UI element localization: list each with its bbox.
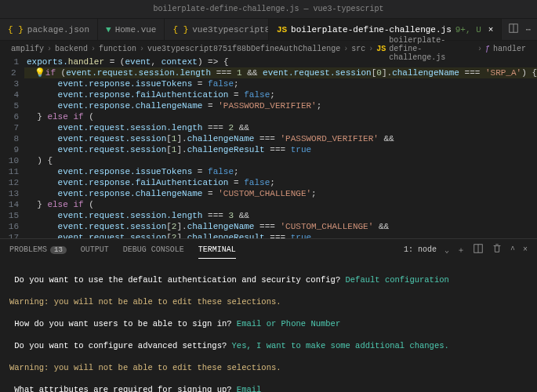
crumb[interactable]: function	[99, 45, 136, 53]
js-icon: JS	[277, 25, 287, 34]
line-number: 2	[0, 67, 24, 78]
crumb[interactable]: src	[351, 45, 365, 53]
line-number: 6	[0, 111, 27, 122]
function-icon: ƒ	[485, 45, 490, 53]
js-icon: JS	[376, 45, 386, 53]
line-number: 9	[0, 144, 27, 155]
split-terminal-icon[interactable]	[473, 243, 484, 256]
tab-label: vue3typescript8751f88bDefineAuthChalleng…	[192, 25, 269, 34]
line-number: 3	[0, 78, 27, 89]
line-number: 4	[0, 89, 27, 100]
line-number: 11	[0, 166, 27, 177]
crumb[interactable]: vue3typescript8751f88bDefineAuthChalleng…	[147, 45, 340, 53]
tab-output[interactable]: OUTPUT	[81, 241, 109, 258]
tab-actions: ⋯	[502, 19, 537, 40]
json-icon: { }	[172, 25, 188, 34]
line-number: 7	[0, 122, 27, 133]
tab-label: boilerplate-define-challenge.js	[291, 25, 452, 34]
trash-icon[interactable]	[492, 243, 503, 256]
tab-cfn-template[interactable]: { } vue3typescript8751f88bDefineAuthChal…	[165, 19, 268, 40]
tab-debug-console[interactable]: DEBUG CONSOLE	[123, 241, 184, 258]
terminal-selector[interactable]: 1: node	[404, 245, 437, 254]
json-icon: { }	[8, 25, 24, 34]
problems-count-badge: 13	[50, 246, 67, 254]
line-number: 13	[0, 188, 27, 199]
bulb-icon[interactable]: 💡	[34, 68, 45, 78]
line-number: 15	[0, 210, 27, 221]
title-bar: boilerplate-define-challenge.js — vue3-t…	[0, 0, 537, 19]
crumb-symbol[interactable]: handler	[493, 45, 526, 53]
tab-label: Home.vue	[115, 25, 157, 34]
code-editor[interactable]: 1exports.handler = (event, context) => {…	[0, 56, 537, 238]
line-number: 1	[0, 56, 27, 67]
crumb[interactable]: backend	[55, 45, 88, 53]
chevron-down-icon[interactable]: ⌄	[444, 245, 449, 255]
breadcrumb[interactable]: amplify› backend› function› vue3typescri…	[0, 41, 537, 56]
close-icon[interactable]: ×	[488, 25, 494, 34]
crumb[interactable]: amplify	[11, 45, 44, 53]
line-number: 5	[0, 100, 27, 111]
line-number: 17	[0, 232, 27, 238]
panel-tabs: PROBLEMS13 OUTPUT DEBUG CONSOLE TERMINAL…	[0, 238, 537, 260]
line-number: 12	[0, 177, 27, 188]
split-editor-icon[interactable]	[508, 23, 519, 36]
line-number: 10	[0, 155, 27, 166]
tab-package-json[interactable]: { } package.json	[0, 19, 98, 40]
line-number: 16	[0, 221, 27, 232]
new-terminal-icon[interactable]: ＋	[457, 245, 465, 256]
terminal-output[interactable]: Do you want to use the default authentic…	[0, 260, 537, 392]
tab-home-vue[interactable]: ▼ Home.vue	[98, 19, 165, 40]
tab-problems[interactable]: PROBLEMS13	[9, 241, 67, 258]
maximize-icon[interactable]: ^	[510, 245, 515, 254]
window-title: boilerplate-define-challenge.js — vue3-t…	[6, 5, 531, 13]
tab-terminal[interactable]: TERMINAL	[198, 241, 236, 259]
line-number: 14	[0, 199, 27, 210]
tab-label: package.json	[27, 25, 89, 34]
crumb-file[interactable]: boilerplate-define-challenge.js	[389, 36, 474, 62]
line-number: 8	[0, 133, 27, 144]
more-icon[interactable]: ⋯	[525, 24, 531, 34]
panel-actions: 1: node ⌄ ＋ ^ ×	[404, 243, 528, 256]
tab-status: 9+, U	[455, 25, 481, 34]
close-panel-icon[interactable]: ×	[523, 245, 528, 254]
vue-icon: ▼	[106, 25, 111, 34]
